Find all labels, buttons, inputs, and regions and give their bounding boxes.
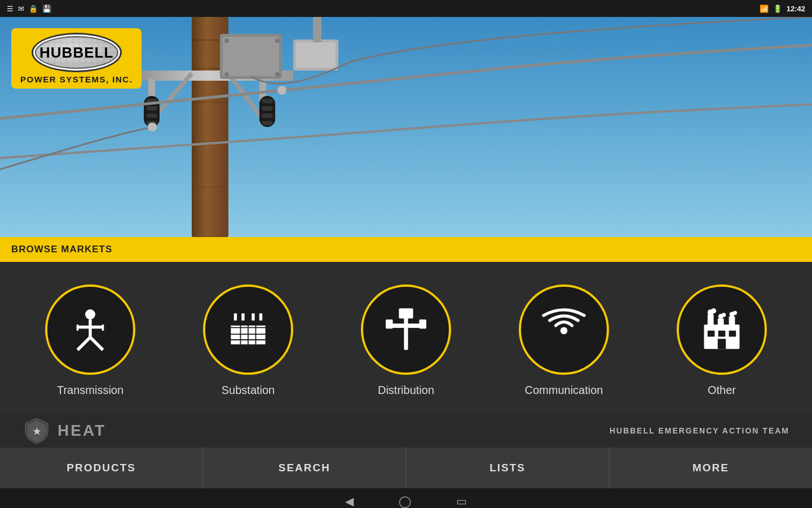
svg-rect-6 (192, 186, 228, 187)
heat-shield-icon: ★ (23, 417, 51, 445)
svg-text:★: ★ (33, 427, 41, 436)
svg-point-15 (275, 38, 280, 43)
back-button[interactable]: ◀ (345, 494, 354, 508)
market-icon-other (677, 284, 767, 375)
market-icon-transmission (45, 284, 135, 375)
transmission-icon (65, 304, 116, 355)
svg-rect-24 (262, 99, 273, 103)
svg-rect-62 (708, 314, 714, 326)
markets-section: Transmission (0, 262, 812, 414)
market-label-communication: Communication (525, 384, 603, 397)
market-item-other[interactable]: Other (643, 279, 801, 402)
other-icon (696, 304, 747, 355)
svg-rect-13 (223, 37, 279, 76)
svg-rect-4 (192, 102, 228, 103)
svg-point-66 (711, 308, 716, 313)
nav-more[interactable]: MORE (610, 448, 812, 488)
logo-oval: HUBBELL (32, 33, 122, 72)
browse-markets-label: BROWSE MARKETS (11, 244, 112, 255)
svg-point-70 (733, 311, 737, 315)
svg-rect-29 (296, 42, 336, 68)
svg-point-14 (224, 38, 229, 43)
svg-rect-74 (718, 339, 726, 349)
market-item-distribution[interactable]: Distribution (327, 279, 485, 402)
market-label-transmission: Transmission (57, 384, 123, 397)
heat-title: HEAT (58, 422, 106, 440)
svg-rect-50 (241, 313, 244, 321)
svg-point-32 (148, 122, 157, 132)
svg-rect-20 (146, 106, 157, 111)
logo-company-name: HUBBELL (39, 44, 113, 62)
svg-point-31 (277, 86, 286, 95)
svg-rect-72 (718, 331, 726, 337)
svg-point-16 (224, 72, 229, 77)
heat-teaser: ★ HEAT HUBBELL EMERGENCY ACTION TEAM (0, 414, 812, 448)
market-label-other: Other (708, 384, 736, 397)
battery-icon: 🔋 (773, 5, 782, 13)
svg-rect-63 (718, 318, 724, 326)
nav-search-label: SEARCH (279, 462, 330, 474)
status-icons: ☰ ✉ 🔒 💾 (7, 5, 51, 13)
logo-container: HUBBELL POWER SYSTEMS, INC. (11, 28, 142, 89)
svg-point-33 (85, 309, 95, 319)
market-label-distribution: Distribution (378, 384, 434, 397)
market-icon-substation (203, 284, 293, 375)
svg-point-60 (561, 327, 568, 335)
android-nav: ◀ ◯ ▭ (0, 488, 812, 508)
svg-rect-26 (262, 113, 273, 118)
svg-rect-52 (259, 313, 262, 321)
svg-rect-73 (729, 331, 736, 337)
svg-rect-25 (262, 106, 273, 111)
svg-rect-71 (708, 331, 715, 337)
market-item-communication[interactable]: Communication (485, 279, 643, 402)
communication-icon (539, 304, 589, 355)
nav-lists-label: LISTS (489, 462, 526, 474)
recents-button[interactable]: ▭ (456, 494, 467, 508)
heat-logo: ★ HEAT (23, 417, 106, 445)
hero-section: HUBBELL POWER SYSTEMS, INC. (0, 17, 812, 237)
nav-products[interactable]: PRODUCTS (0, 448, 203, 488)
svg-rect-64 (729, 317, 735, 326)
svg-rect-30 (313, 17, 321, 42)
sd-icon: 💾 (42, 5, 51, 13)
svg-line-37 (90, 338, 103, 351)
status-right: 📶 🔋 12:42 (760, 5, 805, 13)
browse-markets-bar: BROWSE MARKETS (0, 237, 812, 262)
market-icon-communication (519, 284, 609, 375)
svg-rect-27 (262, 121, 273, 125)
wifi-icon: 📶 (760, 5, 769, 13)
svg-rect-57 (399, 308, 413, 318)
svg-rect-21 (146, 113, 157, 118)
heat-emergency-label: HUBBELL EMERGENCY ACTION TEAM (610, 426, 789, 435)
svg-rect-51 (251, 313, 254, 321)
home-button[interactable]: ◯ (399, 494, 411, 508)
market-item-substation[interactable]: Substation (169, 279, 327, 402)
nav-search[interactable]: SEARCH (203, 448, 406, 488)
nav-lists[interactable]: LISTS (407, 448, 610, 488)
nav-products-label: PRODUCTS (67, 462, 136, 474)
substation-icon (223, 304, 273, 355)
mail-icon: ✉ (18, 5, 24, 13)
nav-more-label: MORE (692, 462, 729, 474)
svg-rect-49 (234, 313, 237, 321)
svg-line-36 (78, 338, 91, 351)
notification-icon: ☰ (7, 5, 14, 13)
logo-subtitle: POWER SYSTEMS, INC. (20, 75, 133, 84)
market-label-substation: Substation (222, 384, 275, 397)
clock: 12:42 (787, 5, 805, 13)
distribution-icon (381, 304, 431, 355)
market-icon-distribution (361, 284, 451, 375)
lock-icon: 🔒 (29, 5, 38, 13)
market-item-transmission[interactable]: Transmission (11, 279, 169, 402)
status-bar: ☰ ✉ 🔒 💾 📶 🔋 12:42 (0, 0, 812, 17)
svg-point-68 (722, 313, 726, 317)
svg-point-17 (275, 72, 280, 77)
bottom-nav: PRODUCTS SEARCH LISTS MORE (0, 448, 812, 488)
